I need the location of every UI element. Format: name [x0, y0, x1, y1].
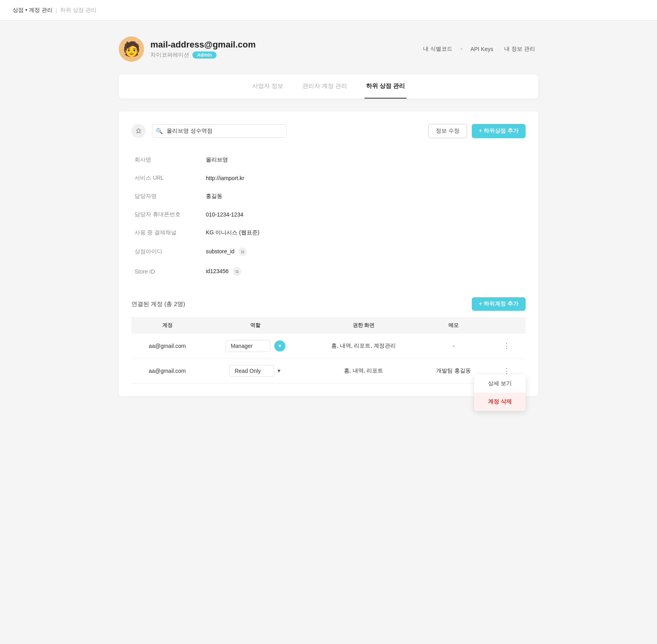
actions-right: 정보 수정 + 하위상점 추가	[428, 124, 526, 138]
info-label-channel: 사용 중 결제채널	[131, 224, 203, 242]
col-permissions: 권한 화면	[308, 317, 420, 334]
role-select-wrapper-2: Manager Read Only Admin	[230, 365, 274, 377]
company-row: 차이코퍼레이션 Admin	[150, 51, 256, 59]
search-actions-row: 🔍 정보 수정 + 하위상점 추가	[131, 124, 526, 138]
accounts-table: 계정 역할 권한 화면 메모 aa@gmail.com Manage	[131, 317, 526, 384]
info-label-company: 회사명	[131, 151, 203, 169]
col-actions	[488, 317, 526, 334]
btn-separator: •	[460, 46, 463, 53]
edit-info-button[interactable]: 정보 수정	[428, 124, 467, 138]
role-chevron-cyan-1[interactable]: ▼	[274, 340, 285, 351]
my-info-button[interactable]: 내 정보 관리	[501, 44, 538, 54]
connected-accounts-title: 연결된 계정 (총 2명)	[131, 300, 185, 308]
col-account: 계정	[131, 317, 203, 334]
col-role: 역할	[203, 317, 308, 334]
info-label-phone: 담당자 휴대폰번호	[131, 205, 203, 224]
info-row-company: 회사명 올리브영	[131, 151, 526, 169]
account-row-1: aa@gmail.com Manager Read Only Admin ▼	[131, 334, 526, 359]
info-table: 회사명 올리브영 서비스 URL http://iamport.kr 담당자명 …	[131, 151, 526, 281]
add-substore-button[interactable]: + 하위상점 추가	[472, 124, 526, 138]
tab-list: 사업자 정보 관리자 계정 관리 하위 상점 관리	[119, 74, 538, 99]
profile-info: mail-address@gmail.com 차이코퍼레이션 Admin	[150, 40, 256, 59]
pin-button[interactable]	[131, 124, 146, 138]
copy-store-id2-icon[interactable]: ⧉	[233, 267, 241, 276]
info-label-storeid: 상점아이디	[131, 242, 203, 262]
tab-admin[interactable]: 관리자 계정 관리	[301, 74, 349, 99]
avatar: 🧑	[119, 36, 144, 62]
my-code-button[interactable]: 내 식별코드	[420, 44, 456, 54]
admin-badge: Admin	[192, 51, 216, 59]
info-value-manager: 홍길동	[203, 187, 526, 205]
account-permissions-1: 홈, 내역, 리포트, 계정관리	[308, 334, 420, 359]
info-row-store-id2: Store ID id123456 ⧉	[131, 262, 526, 281]
info-row-storeid: 상점아이디 substore_id ⧉	[131, 242, 526, 262]
nav-separator: |	[56, 7, 57, 13]
tab-card: 사업자 정보 관리자 계정 관리 하위 상점 관리	[119, 74, 538, 99]
search-box: 🔍	[152, 124, 287, 138]
info-value-store-id2: id123456 ⧉	[203, 262, 526, 281]
profile-section: 🧑 mail-address@gmail.com 차이코퍼레이션 Admin 내…	[119, 36, 538, 62]
account-permissions-2: 홈, 내역, 리포트	[308, 359, 420, 384]
profile-left: 🧑 mail-address@gmail.com 차이코퍼레이션 Admin	[119, 36, 256, 62]
company-name: 차이코퍼레이션	[150, 51, 189, 59]
role-chevron-2: ▼	[277, 368, 281, 374]
more-button-1[interactable]: ⋮	[500, 340, 513, 352]
role-select-1[interactable]: Manager Read Only Admin	[226, 340, 270, 352]
info-value-storeid: substore_id ⧉	[203, 242, 526, 262]
connected-header: 연결된 계정 (총 2명) + 하위계정 추가	[131, 297, 526, 311]
info-value-phone: 010-1234-1234	[203, 205, 526, 224]
account-role-2: Manager Read Only Admin ▼	[203, 359, 308, 384]
copy-storeid-icon[interactable]: ⧉	[238, 247, 247, 256]
tab-substore[interactable]: 하위 상점 관리	[365, 74, 406, 99]
info-label-manager: 담당자명	[131, 187, 203, 205]
account-memo-1: -	[420, 334, 488, 359]
info-row-manager: 담당자명 홍길동	[131, 187, 526, 205]
role-select-wrapper-1: Manager Read Only Admin	[226, 340, 270, 352]
nav-primary: 상점 • 계정 관리	[13, 7, 53, 14]
add-account-button[interactable]: + 하위계정 추가	[472, 297, 526, 311]
top-nav: 상점 • 계정 관리 | 하위 상점 관리	[0, 0, 657, 21]
accounts-table-header: 계정 역할 권한 화면 메모	[131, 317, 526, 334]
page-container: 🧑 mail-address@gmail.com 차이코퍼레이션 Admin 내…	[111, 21, 546, 412]
account-role-1: Manager Read Only Admin ▼	[203, 334, 308, 359]
account-row-2: aa@gmail.com Manager Read Only Admin ▼	[131, 359, 526, 384]
context-menu-delete[interactable]: 계정 삭제	[474, 393, 526, 411]
context-menu-2: 상세 보기 계정 삭제	[474, 374, 526, 411]
profile-right: 내 식별코드 • API Keys 내 정보 관리	[420, 44, 538, 54]
account-more-1: ⋮	[488, 334, 526, 359]
info-row-channel: 사용 중 결제채널 KG 이니시스 (웹표준)	[131, 224, 526, 242]
search-icon: 🔍	[156, 128, 163, 134]
nav-secondary: 하위 상점 관리	[60, 7, 97, 14]
content-card: 🔍 정보 수정 + 하위상점 추가 회사명 올리브영 서비스 URL http:…	[119, 111, 538, 396]
account-more-2: ⋮ 상세 보기 계정 삭제	[488, 359, 526, 384]
col-memo: 메모	[420, 317, 488, 334]
api-keys-button[interactable]: API Keys	[467, 44, 497, 54]
info-value-url: http://iamport.kr	[203, 169, 526, 187]
info-row-url: 서비스 URL http://iamport.kr	[131, 169, 526, 187]
info-label-store-id2: Store ID	[131, 262, 203, 281]
profile-email: mail-address@gmail.com	[150, 40, 256, 50]
account-email-2: aa@gmail.com	[131, 359, 203, 384]
account-email-1: aa@gmail.com	[131, 334, 203, 359]
role-select-2[interactable]: Manager Read Only Admin	[230, 365, 274, 377]
search-input[interactable]	[152, 124, 287, 138]
info-value-company: 올리브영	[203, 151, 526, 169]
info-value-channel: KG 이니시스 (웹표준)	[203, 224, 526, 242]
info-label-url: 서비스 URL	[131, 169, 203, 187]
info-row-phone: 담당자 휴대폰번호 010-1234-1234	[131, 205, 526, 224]
tab-business[interactable]: 사업자 정보	[251, 74, 285, 99]
context-menu-detail[interactable]: 상세 보기	[474, 374, 526, 393]
